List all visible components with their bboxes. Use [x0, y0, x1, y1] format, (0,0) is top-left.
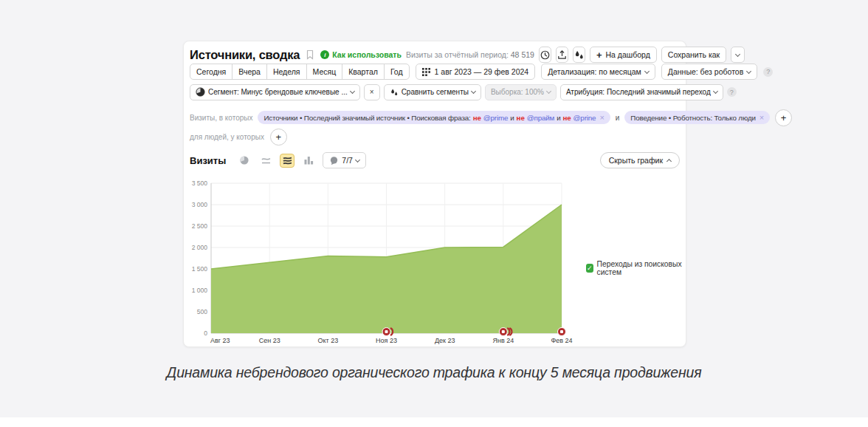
visits-area-chart[interactable]: 05001 0001 5002 0002 5003 0003 500Авг 23… [184, 178, 586, 352]
report-card: Источники, сводка i Как использовать Виз… [183, 41, 686, 347]
filter-chip-robots[interactable]: Поведение • Роботность: Только люди × [624, 111, 770, 124]
line-view-button[interactable] [258, 154, 273, 168]
visits-period-label: Визиты за отчётный период: [406, 50, 509, 59]
how-to-use-link[interactable]: i Как использовать [320, 50, 402, 59]
how-to-use-label: Как использовать [332, 50, 402, 59]
chevron-down-icon [350, 89, 355, 94]
tab-week[interactable]: Неделя [266, 64, 307, 80]
compare-segments-label: Сравнить сегменты [402, 88, 469, 96]
comments-count: 7/7 [342, 156, 353, 165]
period-toolbar: Сегодня Вчера Неделя Месяц Квартал Год 1… [190, 64, 680, 80]
segments-button[interactable] [573, 47, 585, 63]
svg-text:3 500: 3 500 [192, 180, 208, 187]
save-as-menu-button[interactable] [731, 47, 745, 63]
svg-text:0: 0 [204, 329, 207, 337]
svg-text:500: 500 [197, 308, 207, 315]
clear-segment-button[interactable]: × [364, 84, 380, 100]
tab-month[interactable]: Месяц [306, 64, 343, 80]
help-icon[interactable]: ? [727, 87, 737, 97]
clock-icon [540, 49, 551, 61]
pie-chart-icon [196, 87, 205, 97]
svg-text:2 500: 2 500 [192, 222, 208, 230]
help-icon[interactable]: ? [763, 67, 773, 77]
attribution-label: Атрибуция: Последний значимый переход [566, 88, 711, 96]
svg-text:3 000: 3 000 [192, 201, 208, 208]
tab-today[interactable]: Сегодня [190, 64, 232, 80]
chevron-down-icon [644, 68, 650, 73]
add-to-dashboard-button[interactable]: + На дашборд [590, 47, 657, 63]
save-as-label: Сохранить как [668, 50, 720, 59]
export-button[interactable] [556, 47, 568, 63]
page-title: Источники, сводка [190, 48, 300, 62]
save-as-button[interactable]: Сохранить как [661, 47, 726, 63]
svg-text:Ноя 23: Ноя 23 [376, 337, 397, 344]
data-filter-label: Данные: без роботов [668, 67, 743, 76]
detalization-label: Детализация: по месяцам [548, 67, 641, 76]
pie-view-button[interactable] [237, 154, 252, 168]
add-people-filter-button[interactable]: + [270, 129, 287, 146]
chart-legend: ✓ Переходы из поисковых систем [586, 260, 686, 276]
remove-filter-icon[interactable]: × [760, 113, 764, 122]
chevron-down-icon [735, 51, 740, 56]
attribution-dropdown[interactable]: Атрибуция: Последний значимый переход [560, 84, 723, 100]
pie-chart-icon [239, 155, 249, 165]
visits-filter-prefix: Визиты, в которых [190, 114, 252, 122]
chip-negation: не [473, 114, 481, 122]
detalization-dropdown[interactable]: Детализация: по месяцам [541, 64, 655, 80]
export-icon [557, 49, 568, 61]
comments-dropdown[interactable]: 7/7 [323, 152, 366, 168]
legend-checkbox[interactable]: ✓ [586, 264, 593, 273]
line-chart-icon [261, 155, 272, 165]
image-caption: Динамика небрендового органического траф… [0, 364, 868, 381]
tab-quarter[interactable]: Квартал [342, 64, 385, 80]
tab-year[interactable]: Год [384, 64, 410, 80]
chip-text: Поведение • Роботность: Только люди [630, 114, 756, 122]
segment-dropdown[interactable]: Сегмент: Минус брендовые ключевые ... [190, 84, 360, 100]
add-to-dashboard-label: На дашборд [606, 50, 650, 59]
segment-label: Сегмент: Минус брендовые ключевые ... [208, 88, 348, 96]
date-range-button[interactable]: 1 авг 2023 — 29 фев 2024 [416, 64, 536, 80]
remove-filter-icon[interactable]: × [599, 113, 604, 122]
bar-chart-icon [303, 155, 314, 165]
plus-icon: + [596, 50, 602, 60]
chevron-down-icon [546, 89, 551, 94]
comment-bubble-icon [329, 156, 339, 165]
hide-chart-label: Скрыть график [609, 156, 663, 165]
legend-label: Переходы из поисковых систем [597, 260, 686, 276]
svg-text:Фев 24: Фев 24 [551, 337, 572, 344]
hide-chart-button[interactable]: Скрыть график [600, 152, 680, 168]
compare-segments-dropdown[interactable]: Сравнить сегменты [384, 84, 481, 100]
stacked-area-icon [282, 155, 293, 165]
chip-negation: не [562, 114, 571, 122]
svg-text:Дек 23: Дек 23 [435, 337, 455, 344]
visit-filters-row: Визиты, в которых Источники • Последний … [190, 109, 680, 126]
chevron-down-icon [355, 157, 360, 162]
chevron-down-icon [471, 89, 476, 94]
data-filter-dropdown[interactable]: Данные: без роботов [661, 64, 757, 80]
add-filter-button[interactable]: + [775, 109, 792, 126]
filter-chip-search-phrase[interactable]: Источники • Последний значимый источник … [258, 111, 610, 124]
people-filter-prefix: для людей, у которых [190, 133, 264, 141]
stacked-area-view-button[interactable] [280, 154, 294, 168]
sampling-dropdown[interactable]: Выборка: 100% [485, 84, 557, 100]
segment-toolbar: Сегмент: Минус брендовые ключевые ... × … [190, 83, 680, 100]
svg-text:Окт 23: Окт 23 [317, 337, 338, 344]
chart-toolbar: Визиты 7/7 Скрыть график [190, 151, 680, 169]
svg-text:Янв 24: Янв 24 [492, 337, 514, 344]
svg-text:2 000: 2 000 [192, 244, 208, 251]
bookmark-icon[interactable] [306, 49, 314, 60]
filter-joiner: и [616, 114, 620, 122]
calendar-grid-icon [422, 67, 431, 76]
chip-and: и [557, 114, 560, 122]
chevron-up-icon [666, 159, 672, 164]
date-range-label: 1 авг 2023 — 29 фев 2024 [435, 67, 529, 76]
chip-term: @prine [574, 114, 596, 122]
chevron-down-icon [746, 68, 751, 73]
svg-text:1 000: 1 000 [192, 287, 208, 294]
people-filters-row: для людей, у которых + [190, 129, 680, 146]
period-tab-group: Сегодня Вчера Неделя Месяц Квартал Год [190, 64, 410, 80]
tab-yesterday[interactable]: Вчера [232, 64, 267, 80]
chip-term: @prime [483, 114, 509, 122]
columns-view-button[interactable] [301, 154, 316, 168]
history-button[interactable] [539, 47, 551, 63]
